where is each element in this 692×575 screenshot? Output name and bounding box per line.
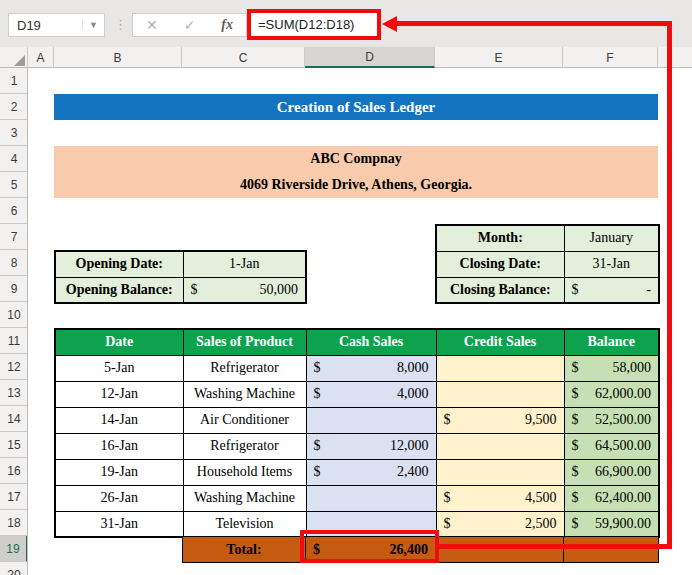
row-header-12[interactable]: 12 — [0, 354, 28, 380]
info-label-cell[interactable]: Closing Balance: — [436, 277, 564, 303]
info-value-cell[interactable]: 31-Jan — [564, 251, 659, 277]
row-header-14[interactable]: 14 — [0, 406, 28, 432]
date-cell[interactable]: 31-Jan — [55, 511, 183, 537]
info-row: Closing Date:31-Jan — [436, 251, 659, 277]
row-header-19[interactable]: 19 — [0, 536, 28, 562]
row-header-15[interactable]: 15 — [0, 432, 28, 458]
balance-cell[interactable]: $62,000.00 — [564, 381, 659, 407]
column-header-e[interactable]: E — [435, 47, 563, 68]
date-cell[interactable]: 14-Jan — [55, 407, 183, 433]
date-cell[interactable]: 26-Jan — [55, 485, 183, 511]
product-cell[interactable]: Washing Machine — [183, 485, 306, 511]
corner-triangle-icon — [14, 55, 25, 66]
title-banner-cell[interactable]: Creation of Sales Ledger — [54, 94, 658, 120]
ledger-header-date[interactable]: Date — [55, 329, 183, 355]
column-header-c[interactable]: C — [182, 47, 305, 68]
date-cell[interactable]: 16-Jan — [55, 433, 183, 459]
column-header-f[interactable]: F — [563, 47, 658, 68]
company-banner-cell[interactable]: ABC Compnay 4069 Riverside Drive, Athens… — [54, 146, 658, 198]
row-header-1[interactable]: 1 — [0, 68, 28, 94]
amount: 58,000 — [613, 360, 652, 376]
cash-sales-cell[interactable]: $2,400 — [306, 459, 436, 485]
row-header-4[interactable]: 4 — [0, 146, 28, 172]
row-header-11[interactable]: 11 — [0, 328, 28, 354]
credit-sales-cell[interactable] — [436, 381, 564, 407]
insert-function-icon[interactable]: fx — [221, 17, 233, 33]
info-value-cell[interactable]: January — [564, 225, 659, 251]
credit-sales-cell[interactable]: $2,500 — [436, 511, 564, 537]
enter-icon[interactable]: ✓ — [184, 17, 196, 33]
column-header-d-selected[interactable]: D — [305, 47, 435, 68]
balance-cell[interactable]: $58,000 — [564, 355, 659, 381]
row-header-6[interactable]: 6 — [0, 198, 28, 224]
cash-sales-cell[interactable] — [306, 407, 436, 433]
row-header-3[interactable]: 3 — [0, 120, 28, 146]
product-cell[interactable]: Television — [183, 511, 306, 537]
row-header-13[interactable]: 13 — [0, 380, 28, 406]
row-header-18[interactable]: 18 — [0, 510, 28, 536]
cell-reference: D19 — [9, 18, 82, 33]
credit-sales-cell[interactable] — [436, 433, 564, 459]
amount: 12,000 — [390, 438, 429, 454]
cash-sales-cell[interactable] — [306, 485, 436, 511]
balance-cell[interactable]: $66,900.00 — [564, 459, 659, 485]
credit-sales-cell[interactable] — [436, 355, 564, 381]
info-value-cell[interactable]: $50,000 — [183, 277, 306, 303]
cash-sales-cell[interactable]: $12,000 — [306, 433, 436, 459]
info-label-cell[interactable]: Opening Date: — [55, 251, 183, 277]
date-cell[interactable]: 19-Jan — [55, 459, 183, 485]
balance-cell[interactable]: $59,900.00 — [564, 511, 659, 537]
cash-sales-cell[interactable]: $8,000 — [306, 355, 436, 381]
row-header-7[interactable]: 7 — [0, 224, 28, 250]
row-header-17[interactable]: 17 — [0, 484, 28, 510]
cash-sales-cell[interactable]: $4,000 — [306, 381, 436, 407]
ledger-header-credit[interactable]: Credit Sales — [436, 329, 564, 355]
product-cell[interactable]: Refrigerator — [183, 433, 306, 459]
sheet-body[interactable]: Creation of Sales Ledger ABC Compnay 406… — [28, 68, 692, 575]
credit-sales-cell[interactable]: $9,500 — [436, 407, 564, 433]
column-header-b[interactable]: B — [54, 47, 182, 68]
product-cell[interactable]: Household Items — [183, 459, 306, 485]
ledger-header-balance[interactable]: Balance — [564, 329, 659, 355]
ledger-header-product[interactable]: Sales of Product — [183, 329, 306, 355]
total-balance-cell[interactable] — [564, 537, 659, 563]
product-cell[interactable]: Washing Machine — [183, 381, 306, 407]
ledger-header-cash[interactable]: Cash Sales — [306, 329, 436, 355]
date-cell[interactable]: 5-Jan — [55, 355, 183, 381]
name-box[interactable]: D19 ▼ — [8, 13, 105, 37]
cancel-icon[interactable]: ✕ — [146, 17, 158, 33]
row-header-2[interactable]: 2 — [0, 94, 28, 120]
info-label-cell[interactable]: Opening Balance: — [55, 277, 183, 303]
credit-sales-cell[interactable]: $4,500 — [436, 485, 564, 511]
product-cell[interactable]: Air Conditioner — [183, 407, 306, 433]
row-header-8[interactable]: 8 — [0, 250, 28, 276]
ledger-header-row: Date Sales of Product Cash Sales Credit … — [55, 329, 659, 355]
balance-cell[interactable]: $64,500.00 — [564, 433, 659, 459]
column-header-a[interactable]: A — [28, 47, 54, 68]
info-value-cell[interactable]: $- — [564, 277, 659, 303]
select-all-corner[interactable] — [0, 47, 28, 68]
arrow-line-bottom — [439, 544, 672, 549]
row-header-5[interactable]: 5 — [0, 172, 28, 198]
row-header-10[interactable]: 10 — [0, 302, 28, 328]
date-cell[interactable]: 12-Jan — [55, 381, 183, 407]
balance-cell[interactable]: $62,400.00 — [564, 485, 659, 511]
name-box-dropdown-icon[interactable]: ▼ — [82, 20, 104, 30]
info-value-cell[interactable]: 1-Jan — [183, 251, 306, 277]
balance-cell[interactable]: $52,500.00 — [564, 407, 659, 433]
row-header-9[interactable]: 9 — [0, 276, 28, 302]
info-label-cell[interactable]: Month: — [436, 225, 564, 251]
product-cell[interactable]: Refrigerator — [183, 355, 306, 381]
amount: 62,400.00 — [595, 490, 651, 506]
info-label-cell[interactable]: Closing Date: — [436, 251, 564, 277]
total-label-cell[interactable]: Total: — [183, 537, 306, 563]
month-info-body: Month:JanuaryClosing Date:31-JanClosing … — [436, 225, 659, 303]
credit-sales-cell[interactable] — [436, 459, 564, 485]
row-header-16[interactable]: 16 — [0, 458, 28, 484]
formula-input-highlighted[interactable]: =SUM(D12:D18) — [247, 9, 381, 40]
column-header-g-partial[interactable] — [658, 47, 692, 68]
amount: 4,000 — [397, 386, 429, 402]
total-credit-cell[interactable] — [436, 537, 564, 563]
row-header-20[interactable]: 20 — [0, 562, 28, 575]
d19-highlight-box — [300, 530, 439, 563]
